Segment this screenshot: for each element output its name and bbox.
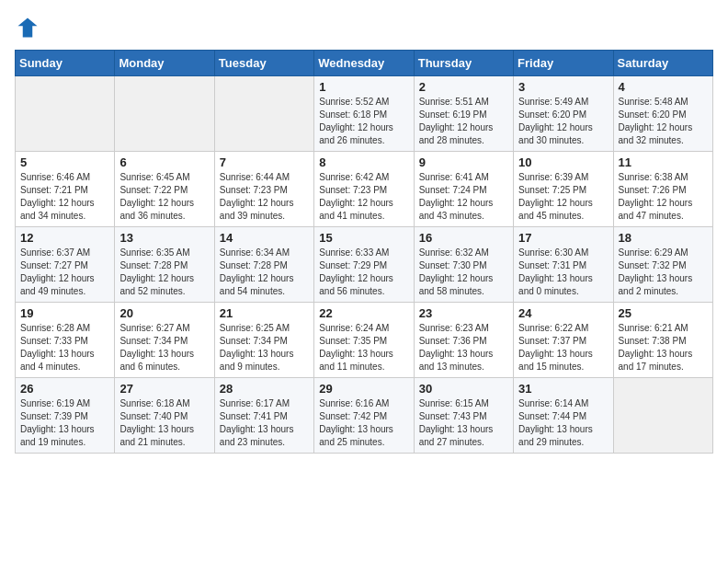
day-info: Sunrise: 6:17 AM Sunset: 7:41 PM Dayligh…	[220, 397, 309, 449]
day-number: 23	[419, 306, 508, 320]
day-info: Sunrise: 6:27 AM Sunset: 7:34 PM Dayligh…	[119, 322, 209, 373]
svg-marker-0	[18, 18, 38, 38]
day-cell: 30Sunrise: 6:15 AM Sunset: 7:43 PM Dayli…	[414, 378, 513, 454]
calendar: SundayMondayTuesdayWednesdayThursdayFrid…	[15, 50, 713, 454]
day-number: 5	[20, 155, 109, 169]
day-info: Sunrise: 5:49 AM Sunset: 6:20 PM Dayligh…	[518, 96, 608, 147]
day-cell: 5Sunrise: 6:46 AM Sunset: 7:21 PM Daylig…	[16, 152, 115, 227]
day-cell: 18Sunrise: 6:29 AM Sunset: 7:32 PM Dayli…	[613, 227, 712, 303]
day-info: Sunrise: 6:22 AM Sunset: 7:37 PM Dayligh…	[518, 322, 608, 373]
day-info: Sunrise: 6:44 AM Sunset: 7:23 PM Dayligh…	[220, 171, 309, 223]
day-cell: 31Sunrise: 6:14 AM Sunset: 7:44 PM Dayli…	[514, 378, 613, 454]
day-cell: 1Sunrise: 5:52 AM Sunset: 6:18 PM Daylig…	[314, 76, 414, 152]
day-number: 7	[220, 155, 309, 169]
day-cell: 7Sunrise: 6:44 AM Sunset: 7:23 PM Daylig…	[214, 152, 313, 227]
day-number: 20	[119, 306, 209, 320]
day-cell: 17Sunrise: 6:30 AM Sunset: 7:31 PM Dayli…	[514, 227, 613, 303]
day-info: Sunrise: 6:24 AM Sunset: 7:35 PM Dayligh…	[319, 322, 408, 373]
weekday-header-sunday: Sunday	[16, 51, 115, 76]
day-number: 24	[518, 306, 608, 320]
week-row-3: 12Sunrise: 6:37 AM Sunset: 7:27 PM Dayli…	[16, 227, 713, 303]
day-number: 29	[319, 382, 408, 396]
day-info: Sunrise: 6:34 AM Sunset: 7:28 PM Dayligh…	[220, 247, 309, 298]
day-info: Sunrise: 5:51 AM Sunset: 6:19 PM Dayligh…	[419, 96, 508, 147]
day-cell: 22Sunrise: 6:24 AM Sunset: 7:35 PM Dayli…	[314, 303, 414, 378]
day-number: 6	[119, 155, 209, 169]
day-cell: 20Sunrise: 6:27 AM Sunset: 7:34 PM Dayli…	[115, 303, 214, 378]
day-number: 13	[119, 231, 209, 245]
day-cell: 11Sunrise: 6:38 AM Sunset: 7:26 PM Dayli…	[613, 152, 712, 227]
week-row-2: 5Sunrise: 6:46 AM Sunset: 7:21 PM Daylig…	[16, 152, 713, 227]
day-number: 2	[419, 80, 508, 94]
day-number: 28	[220, 382, 309, 396]
day-cell	[115, 76, 214, 152]
day-cell	[613, 378, 712, 454]
weekday-header-monday: Monday	[115, 51, 214, 76]
day-cell: 8Sunrise: 6:42 AM Sunset: 7:23 PM Daylig…	[314, 152, 414, 227]
day-cell: 28Sunrise: 6:17 AM Sunset: 7:41 PM Dayli…	[214, 378, 313, 454]
week-row-4: 19Sunrise: 6:28 AM Sunset: 7:33 PM Dayli…	[16, 303, 713, 378]
day-cell: 9Sunrise: 6:41 AM Sunset: 7:24 PM Daylig…	[414, 152, 513, 227]
day-number: 17	[518, 231, 608, 245]
day-cell: 19Sunrise: 6:28 AM Sunset: 7:33 PM Dayli…	[16, 303, 115, 378]
day-cell: 25Sunrise: 6:21 AM Sunset: 7:38 PM Dayli…	[613, 303, 712, 378]
day-cell: 26Sunrise: 6:19 AM Sunset: 7:39 PM Dayli…	[16, 378, 115, 454]
day-cell	[214, 76, 313, 152]
day-number: 8	[319, 155, 408, 169]
day-info: Sunrise: 6:18 AM Sunset: 7:40 PM Dayligh…	[119, 397, 209, 449]
weekday-header-tuesday: Tuesday	[214, 51, 313, 76]
day-info: Sunrise: 6:39 AM Sunset: 7:25 PM Dayligh…	[518, 171, 608, 223]
day-info: Sunrise: 6:23 AM Sunset: 7:36 PM Dayligh…	[419, 322, 508, 373]
day-cell: 29Sunrise: 6:16 AM Sunset: 7:42 PM Dayli…	[314, 378, 414, 454]
day-info: Sunrise: 6:42 AM Sunset: 7:23 PM Dayligh…	[319, 171, 408, 223]
day-info: Sunrise: 6:15 AM Sunset: 7:43 PM Dayligh…	[419, 397, 508, 449]
day-number: 26	[20, 382, 109, 396]
day-cell: 21Sunrise: 6:25 AM Sunset: 7:34 PM Dayli…	[214, 303, 313, 378]
day-info: Sunrise: 6:46 AM Sunset: 7:21 PM Dayligh…	[20, 171, 109, 223]
day-cell: 15Sunrise: 6:33 AM Sunset: 7:29 PM Dayli…	[314, 227, 414, 303]
day-cell: 14Sunrise: 6:34 AM Sunset: 7:28 PM Dayli…	[214, 227, 313, 303]
weekday-header-row: SundayMondayTuesdayWednesdayThursdayFrid…	[16, 51, 713, 76]
day-info: Sunrise: 5:52 AM Sunset: 6:18 PM Dayligh…	[319, 96, 408, 147]
day-number: 31	[518, 382, 608, 396]
day-cell	[16, 76, 115, 152]
day-number: 25	[619, 306, 708, 320]
day-number: 27	[119, 382, 209, 396]
day-cell: 23Sunrise: 6:23 AM Sunset: 7:36 PM Dayli…	[414, 303, 513, 378]
logo	[15, 15, 44, 40]
day-info: Sunrise: 6:33 AM Sunset: 7:29 PM Dayligh…	[319, 247, 408, 298]
day-info: Sunrise: 6:35 AM Sunset: 7:28 PM Dayligh…	[119, 247, 209, 298]
day-info: Sunrise: 6:29 AM Sunset: 7:32 PM Dayligh…	[619, 247, 708, 298]
day-info: Sunrise: 6:21 AM Sunset: 7:38 PM Dayligh…	[619, 322, 708, 373]
day-info: Sunrise: 6:19 AM Sunset: 7:39 PM Dayligh…	[20, 397, 109, 449]
day-number: 12	[20, 231, 109, 245]
day-number: 19	[20, 306, 109, 320]
logo-icon	[15, 15, 40, 40]
day-info: Sunrise: 6:37 AM Sunset: 7:27 PM Dayligh…	[20, 247, 109, 298]
weekday-header-friday: Friday	[514, 51, 613, 76]
day-cell: 12Sunrise: 6:37 AM Sunset: 7:27 PM Dayli…	[16, 227, 115, 303]
day-cell: 6Sunrise: 6:45 AM Sunset: 7:22 PM Daylig…	[115, 152, 214, 227]
day-number: 18	[619, 231, 708, 245]
day-number: 15	[319, 231, 408, 245]
day-number: 30	[419, 382, 508, 396]
day-info: Sunrise: 6:45 AM Sunset: 7:22 PM Dayligh…	[119, 171, 209, 223]
day-info: Sunrise: 6:38 AM Sunset: 7:26 PM Dayligh…	[619, 171, 708, 223]
day-number: 4	[619, 80, 708, 94]
day-cell: 3Sunrise: 5:49 AM Sunset: 6:20 PM Daylig…	[514, 76, 613, 152]
day-number: 10	[518, 155, 608, 169]
day-info: Sunrise: 6:16 AM Sunset: 7:42 PM Dayligh…	[319, 397, 408, 449]
day-number: 1	[319, 80, 408, 94]
day-number: 3	[518, 80, 608, 94]
day-number: 22	[319, 306, 408, 320]
day-info: Sunrise: 6:14 AM Sunset: 7:44 PM Dayligh…	[518, 397, 608, 449]
week-row-5: 26Sunrise: 6:19 AM Sunset: 7:39 PM Dayli…	[16, 378, 713, 454]
day-info: Sunrise: 6:30 AM Sunset: 7:31 PM Dayligh…	[518, 247, 608, 298]
day-cell: 16Sunrise: 6:32 AM Sunset: 7:30 PM Dayli…	[414, 227, 513, 303]
day-info: Sunrise: 6:25 AM Sunset: 7:34 PM Dayligh…	[220, 322, 309, 373]
day-cell: 10Sunrise: 6:39 AM Sunset: 7:25 PM Dayli…	[514, 152, 613, 227]
day-number: 21	[220, 306, 309, 320]
day-number: 16	[419, 231, 508, 245]
day-number: 11	[619, 155, 708, 169]
day-cell: 27Sunrise: 6:18 AM Sunset: 7:40 PM Dayli…	[115, 378, 214, 454]
